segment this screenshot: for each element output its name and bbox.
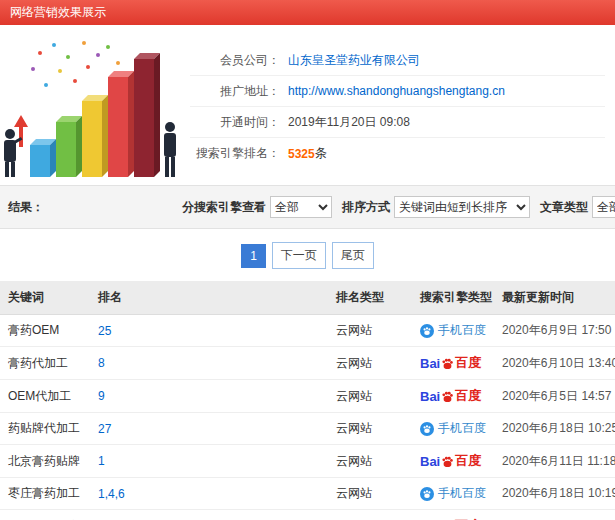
updated-time-cell: 2020年6月11日 11:18 (494, 445, 615, 478)
rank-link[interactable]: 9 (98, 389, 105, 403)
company-link[interactable]: 山东皇圣堂药业有限公司 (288, 52, 420, 69)
engine-cell: Bai 百度 (412, 347, 494, 380)
engine-cell: Bai 百度 (412, 380, 494, 413)
table-body: 膏药OEM 25 云网站 (0, 315, 615, 520)
rank-count-value: 5325 (288, 147, 315, 161)
bar-chart-illustration (0, 29, 182, 181)
promo-url-link[interactable]: http://www.shandonghuangshengtang.cn (288, 84, 505, 98)
engine-cell: 手机百度 (412, 413, 494, 445)
keyword-cell: 医疗器械厂家 (0, 510, 90, 520)
engine-select[interactable]: 全部 (270, 196, 332, 218)
engine-cell: 手机百度 (412, 315, 494, 347)
mobile-baidu-badge: 手机百度 (420, 420, 486, 437)
keyword-cell: 枣庄膏药加工 (0, 478, 90, 510)
header-keyword: 关键词 (0, 281, 90, 315)
mobile-baidu-label: 手机百度 (438, 322, 486, 339)
baidu-logo: Bai 百度 (420, 354, 481, 372)
type-select[interactable]: 全部 (592, 196, 615, 218)
keyword-cell: 膏药代加工 (0, 347, 90, 380)
mobile-baidu-label: 手机百度 (438, 485, 486, 502)
page-button-last[interactable]: 尾页 (332, 242, 374, 269)
filter-controls: 分搜索引擎查看 全部 排序方式 关键词由短到长排序 文章类型 全部 提交 (172, 193, 615, 222)
baidu-logo: Bai 百度 (420, 452, 481, 470)
updated-time-cell: 2020年6月18日 10:25 (494, 413, 615, 445)
info-fields: 会员公司： 山东皇圣堂药业有限公司 推广地址： http://www.shand… (190, 45, 605, 169)
rank-cell: 1,4,6 (90, 478, 328, 510)
keyword-cell: 膏药OEM (0, 315, 90, 347)
info-row-rank-count: 搜索引擎排名： 5325 条 (190, 138, 605, 169)
rank-link[interactable]: 27 (98, 422, 111, 436)
url-label: 推广地址： (190, 83, 280, 100)
growth-chart-graphic (0, 29, 182, 181)
updated-time-cell: 2020年6月18日 10:19 (494, 478, 615, 510)
table-row: 医疗器械厂家 4 云网站 Bai (0, 510, 615, 520)
page-title: 网络营销效果展示 (10, 5, 106, 19)
page-button-next[interactable]: 下一页 (272, 242, 326, 269)
baidu-logo-bai: Bai (420, 389, 440, 404)
baidu-logo-du: 百度 (455, 387, 481, 405)
type-filter-label: 文章类型 (540, 199, 588, 216)
header-rank-type: 排名类型 (328, 281, 412, 315)
engine-cell: Bai 百度 (412, 445, 494, 478)
rank-count-label: 搜索引擎排名： (190, 145, 280, 162)
page-title-bar: 网络营销效果展示 (0, 0, 615, 25)
opened-label: 开通时间： (190, 114, 280, 131)
mobile-baidu-badge: 手机百度 (420, 485, 486, 502)
info-row-url: 推广地址： http://www.shandonghuangshengtang.… (190, 76, 605, 107)
keyword-cell: 北京膏药贴牌 (0, 445, 90, 478)
page-button-current[interactable]: 1 (241, 244, 266, 268)
table-row: 药贴牌代加工 27 云网站 (0, 413, 615, 445)
pagination: 1 下一页 尾页 (0, 229, 615, 281)
rank-type-cell: 云网站 (328, 347, 412, 380)
table-row: 北京膏药贴牌 1 云网站 Bai (0, 445, 615, 478)
keyword-cell: OEM代加工 (0, 380, 90, 413)
rank-cell: 9 (90, 380, 328, 413)
mobile-baidu-icon (420, 324, 434, 338)
rank-type-cell: 云网站 (328, 413, 412, 445)
baidu-logo-du: 百度 (455, 452, 481, 470)
opened-time-value: 2019年11月20日 09:08 (288, 114, 410, 131)
rank-type-cell: 云网站 (328, 380, 412, 413)
baidu-logo-bai: Bai (420, 454, 440, 469)
info-section: 会员公司： 山东皇圣堂药业有限公司 推广地址： http://www.shand… (0, 25, 615, 183)
confetti-dots (31, 41, 120, 87)
mobile-baidu-icon (420, 487, 434, 501)
rank-link[interactable]: 1 (98, 454, 105, 468)
table-row: 膏药OEM 25 云网站 (0, 315, 615, 347)
mobile-baidu-icon (420, 422, 434, 436)
results-table: 关键词 排名 排名类型 搜索引擎类型 最新更新时间 膏药OEM 25 云网站 (0, 281, 615, 520)
engine-cell: 手机百度 (412, 478, 494, 510)
baidu-paw-icon (441, 455, 454, 468)
marketing-report-page: 网络营销效果展示 (0, 0, 615, 520)
rank-count-suffix: 条 (315, 145, 327, 162)
result-label: 结果： (8, 199, 44, 216)
rank-type-cell: 云网站 (328, 478, 412, 510)
table-row: OEM代加工 9 云网站 Bai (0, 380, 615, 413)
mobile-baidu-label: 手机百度 (438, 420, 486, 437)
updated-time-cell: 2020年6月5日 14:57 (494, 380, 615, 413)
company-label: 会员公司： (190, 52, 280, 69)
header-engine-type: 搜索引擎类型 (412, 281, 494, 315)
baidu-logo: Bai 百度 (420, 387, 481, 405)
baidu-paw-icon (441, 390, 454, 403)
filter-bar: 结果： 分搜索引擎查看 全部 排序方式 关键词由短到长排序 文章类型 全部 提交 (0, 185, 615, 229)
mobile-baidu-badge: 手机百度 (420, 322, 486, 339)
rank-link[interactable]: 1,4,6 (98, 487, 125, 501)
rank-type-cell: 云网站 (328, 445, 412, 478)
rank-cell: 1 (90, 445, 328, 478)
updated-time-cell: 2020年6月10日 13:40 (494, 347, 615, 380)
baidu-logo-du: 百度 (455, 354, 481, 372)
bars (30, 53, 160, 177)
engine-cell: Bai 百度 (412, 510, 494, 520)
rank-link[interactable]: 25 (98, 324, 111, 338)
updated-time-cell: 2020年6月9日 17:50 (494, 315, 615, 347)
table-row: 膏药代加工 8 云网站 Bai (0, 347, 615, 380)
header-rank: 排名 (90, 281, 328, 315)
info-row-opened: 开通时间： 2019年11月20日 09:08 (190, 107, 605, 138)
sort-select[interactable]: 关键词由短到长排序 (394, 196, 530, 218)
rank-link[interactable]: 8 (98, 356, 105, 370)
rank-type-cell: 云网站 (328, 510, 412, 520)
rank-cell: 25 (90, 315, 328, 347)
info-row-company: 会员公司： 山东皇圣堂药业有限公司 (190, 45, 605, 76)
table-row: 枣庄膏药加工 1,4,6 云网站 (0, 478, 615, 510)
